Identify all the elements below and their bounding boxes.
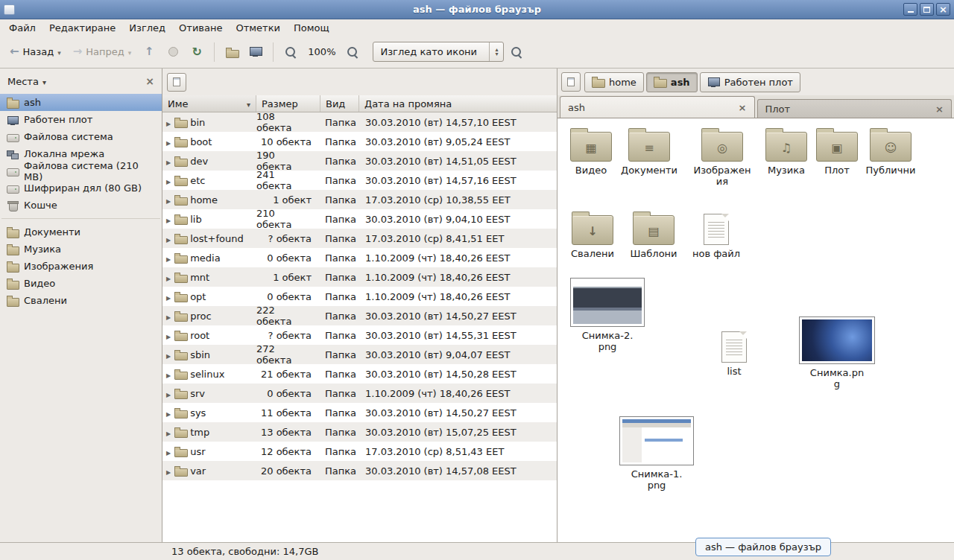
reload-button[interactable] bbox=[186, 41, 208, 63]
expander-icon[interactable] bbox=[166, 330, 171, 341]
table-row[interactable]: selinux 21 обекта Папка 30.03.2010 (вт) … bbox=[162, 364, 557, 384]
expander-icon[interactable] bbox=[166, 427, 171, 438]
column-header-type[interactable]: Вид bbox=[320, 95, 359, 112]
table-row[interactable]: dev 190 обекта Папка 30.03.2010 (вт) 14,… bbox=[162, 151, 557, 171]
expander-icon[interactable] bbox=[166, 446, 171, 457]
file-icon-item[interactable]: list bbox=[705, 327, 763, 377]
table-row[interactable]: media 0 обекта Папка 1.10.2009 (чт) 18,4… bbox=[162, 248, 557, 267]
table-row[interactable]: opt 0 обекта Папка 1.10.2009 (чт) 18,40,… bbox=[162, 287, 557, 306]
menu-item[interactable]: Файл bbox=[2, 19, 42, 36]
table-row[interactable]: srv 0 обекта Папка 1.10.2009 (чт) 18,40,… bbox=[162, 384, 557, 403]
table-row[interactable]: bin 108 обекта Папка 30.03.2010 (вт) 14,… bbox=[162, 112, 557, 132]
path-button[interactable]: home bbox=[584, 72, 644, 92]
expander-icon[interactable] bbox=[166, 291, 171, 302]
expander-icon[interactable] bbox=[166, 214, 171, 225]
tab-close-icon[interactable] bbox=[935, 104, 944, 115]
expander-icon[interactable] bbox=[166, 136, 171, 147]
sidebar-item[interactable]: ash bbox=[0, 94, 162, 111]
table-row[interactable]: sbin 272 обекта Папка 30.03.2010 (вт) 9,… bbox=[162, 345, 557, 364]
table-row[interactable]: tmp 13 обекта Папка 30.03.2010 (вт) 15,0… bbox=[162, 422, 557, 442]
path-button[interactable]: Работен плот bbox=[700, 72, 800, 92]
expander-icon[interactable] bbox=[166, 233, 171, 244]
expander-icon[interactable] bbox=[166, 175, 171, 186]
expander-icon[interactable] bbox=[166, 252, 171, 264]
table-row[interactable]: lib 210 обекта Папка 30.03.2010 (вт) 9,0… bbox=[162, 209, 557, 229]
column-header-size[interactable]: Размер bbox=[256, 95, 320, 112]
expander-icon[interactable] bbox=[166, 388, 171, 399]
file-icon-item[interactable]: нов файл bbox=[687, 209, 745, 259]
stop-button[interactable] bbox=[162, 41, 184, 63]
window-icon[interactable] bbox=[4, 4, 15, 15]
sidebar-item[interactable]: Документи bbox=[0, 223, 162, 241]
sidebar-item[interactable]: Изображения bbox=[0, 258, 162, 275]
menu-item[interactable]: Изглед bbox=[122, 19, 172, 36]
table-row[interactable]: etc 241 обекта Папка 30.03.2010 (вт) 14,… bbox=[162, 171, 557, 190]
expander-icon[interactable] bbox=[166, 311, 171, 322]
tab[interactable]: ash bbox=[560, 96, 755, 118]
expander-icon[interactable] bbox=[166, 369, 171, 380]
sidebar-item[interactable]: Кошче bbox=[0, 197, 162, 214]
table-row[interactable]: sys 11 обекта Папка 30.03.2010 (вт) 14,5… bbox=[162, 403, 557, 422]
table-row[interactable]: lost+found ? обекта Папка 17.03.2010 (ср… bbox=[162, 229, 557, 248]
table-row[interactable]: root ? обекта Папка 30.03.2010 (вт) 14,5… bbox=[162, 325, 557, 345]
location-toggle-button[interactable] bbox=[167, 73, 186, 92]
table-row[interactable]: proc 222 обекта Папка 30.03.2010 (вт) 14… bbox=[162, 306, 557, 325]
view-mode-select[interactable]: Изглед като икони bbox=[373, 42, 504, 62]
sidebar-item[interactable]: Файлова система (210 MB) bbox=[0, 162, 162, 179]
tab[interactable]: Плот bbox=[757, 99, 953, 118]
file-icon-item[interactable]: Видео bbox=[562, 126, 620, 176]
column-header-date[interactable]: Дата на промяна bbox=[359, 95, 557, 112]
computer-button[interactable] bbox=[244, 41, 267, 63]
expander-icon[interactable] bbox=[166, 194, 171, 206]
file-icon-item[interactable]: Шаблони bbox=[625, 209, 683, 259]
expander-icon[interactable] bbox=[166, 156, 171, 167]
icon-view[interactable]: Видео Документи Изображения bbox=[557, 118, 954, 542]
home-button[interactable] bbox=[221, 41, 243, 63]
menu-item[interactable]: Редактиране bbox=[42, 19, 122, 36]
zoom-in-button[interactable] bbox=[341, 41, 364, 63]
forward-button[interactable]: → Напред bbox=[68, 42, 137, 61]
sidebar-item[interactable]: Свалени bbox=[0, 292, 162, 309]
table-row[interactable]: boot 10 обекта Папка 30.03.2010 (вт) 9,0… bbox=[162, 132, 557, 151]
pathbar-root-button[interactable] bbox=[561, 72, 581, 92]
table-row[interactable]: usr 12 обекта Папка 17.03.2010 (ср) 8,51… bbox=[162, 442, 557, 461]
sidebar-close-icon[interactable] bbox=[145, 75, 154, 87]
file-icon-item[interactable]: Музика bbox=[757, 126, 815, 176]
menu-item[interactable]: Отметки bbox=[229, 19, 286, 36]
path-button[interactable]: ash bbox=[646, 72, 698, 92]
table-row[interactable]: var 20 обекта Папка 30.03.2010 (вт) 14,5… bbox=[162, 461, 557, 480]
expander-icon[interactable] bbox=[166, 465, 171, 477]
file-icon-item[interactable]: Снимка-1.png bbox=[616, 416, 698, 491]
maximize-button[interactable] bbox=[920, 3, 934, 16]
file-icon-item[interactable]: Снимка-2.png bbox=[566, 278, 648, 352]
close-button[interactable] bbox=[936, 3, 950, 16]
table-row[interactable]: home 1 обект Папка 17.03.2010 (ср) 10,38… bbox=[162, 190, 557, 209]
sidebar-title[interactable]: Места bbox=[7, 76, 39, 87]
back-button[interactable]: ← Назад bbox=[4, 42, 66, 61]
table-row[interactable]: mnt 1 обект Папка 1.10.2009 (чт) 18,40,2… bbox=[162, 267, 557, 287]
file-icon-item[interactable]: Плот bbox=[808, 126, 866, 176]
thumbnail-image bbox=[622, 419, 691, 462]
menu-item[interactable]: Помощ bbox=[287, 19, 336, 36]
sidebar-item[interactable]: Файлова система bbox=[0, 128, 162, 145]
file-icon-item[interactable]: Публични bbox=[862, 126, 920, 176]
expander-icon[interactable] bbox=[166, 117, 171, 128]
expander-icon[interactable] bbox=[166, 272, 171, 283]
up-button[interactable]: ↑ bbox=[138, 41, 160, 63]
column-header-name[interactable]: Име bbox=[162, 95, 256, 112]
file-icon-item[interactable]: Изображения bbox=[693, 126, 751, 187]
sidebar-item[interactable]: Шифриран дял (80 GB) bbox=[0, 179, 162, 197]
search-button[interactable] bbox=[505, 41, 528, 63]
file-icon-item[interactable]: Свалени bbox=[563, 209, 622, 259]
sidebar-item[interactable]: Видео bbox=[0, 275, 162, 292]
file-icon-item[interactable]: Снимка.png bbox=[796, 316, 878, 389]
menu-item[interactable]: Отиване bbox=[172, 19, 229, 36]
expander-icon[interactable] bbox=[166, 349, 171, 360]
minimize-button[interactable] bbox=[903, 3, 917, 16]
sidebar-item[interactable]: Работен плот bbox=[0, 111, 162, 128]
expander-icon[interactable] bbox=[166, 407, 171, 419]
tab-close-icon[interactable] bbox=[739, 102, 747, 113]
sidebar-item[interactable]: Музика bbox=[0, 241, 162, 258]
file-icon-item[interactable]: Документи bbox=[620, 126, 678, 176]
zoom-out-button[interactable] bbox=[279, 41, 302, 63]
